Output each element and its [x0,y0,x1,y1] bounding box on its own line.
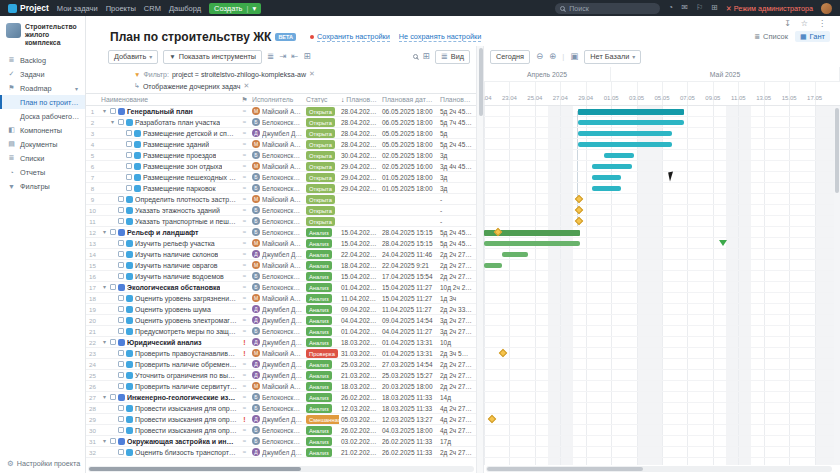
task-name[interactable]: Изучить наличие водоемов [135,271,224,282]
table-row[interactable]: 6Размещение зон отдыха≈ММайский Ал...Отк… [86,161,476,172]
sidebar-item-roadmap[interactable]: ⚑ Roadmap ▾ [0,81,85,95]
table-row[interactable]: 13Изучить рельеф участка≈ММайский Ал...А… [86,238,476,249]
nav-projects[interactable]: Проекты [106,4,136,13]
close-icon[interactable]: ✕ [726,4,732,13]
expander-icon[interactable]: ▾ [109,117,116,128]
table-row[interactable]: 16Изучить наличие водоемов≈ББелоконская … [86,271,476,282]
assignee-cell[interactable]: ДДжумбел Дж... [250,414,304,425]
status-cell[interactable]: Анализ [304,304,339,315]
gantt-milestone-diamond[interactable] [575,195,583,203]
status-cell[interactable]: Анализ [304,326,339,337]
assignee-cell[interactable]: ММайский Ал... [250,381,304,392]
table-row[interactable]: 8Размещение парковок≈ББелоконская А...От… [86,183,476,194]
assignee-cell[interactable]: ББелоконская А... [250,392,304,403]
row-checkbox[interactable] [118,273,124,279]
gantt-task-bar[interactable] [592,164,633,169]
project-settings-button[interactable]: ⚙ Настройки проекта [7,459,80,468]
status-cell[interactable]: Анализ [304,425,339,436]
row-checkbox[interactable] [126,185,132,191]
task-name[interactable]: Размещение зданий [143,139,209,150]
status-cell[interactable]: Анализ [304,315,339,326]
status-cell[interactable]: Открыта [304,183,339,194]
status-cell[interactable]: Анализ [304,282,339,293]
expander-icon[interactable]: ▾ [101,282,108,293]
task-name[interactable]: Проверить наличие сервитутов [135,381,237,392]
row-checkbox[interactable] [118,405,124,411]
row-checkbox[interactable] [110,229,116,235]
gantt-milestone-diamond[interactable] [499,349,507,357]
task-name[interactable]: Определить плотность застройки [135,194,237,205]
assignee-cell[interactable]: ММайский Ал... [250,194,304,205]
row-checkbox[interactable] [118,207,124,213]
save-settings-link[interactable]: Сохранить настройки [317,32,390,42]
gantt-task-bar[interactable] [604,153,634,158]
expander-icon[interactable]: ▾ [101,106,108,117]
project-header[interactable]: Строительство жилого комплекса [0,21,85,53]
assignee-cell[interactable]: ББелоконская А... [250,216,304,227]
row-checkbox[interactable] [118,262,124,268]
table-row[interactable]: 22▾Юридический анализ!ДДжумбел Дж...Анал… [86,337,476,348]
gantt-hscroll-thumb[interactable] [487,467,643,471]
status-cell[interactable]: Анализ [304,392,339,403]
row-checkbox[interactable] [118,119,124,125]
nav-crm[interactable]: CRM [144,4,161,13]
table-row[interactable]: 7Размещение пешеходных дорожек≈ББелоконс… [86,172,476,183]
baseline-dropdown[interactable]: Нет Базали ▾ [584,50,641,64]
table-search-icon[interactable] [413,54,418,59]
table-row[interactable]: 18Оценить уровень загрязнения воздуха≈ММ… [86,293,476,304]
task-name[interactable]: Проверить наличие обременений [135,359,237,370]
status-cell[interactable]: Открыта [304,161,339,172]
row-checkbox[interactable] [118,328,124,334]
row-checkbox[interactable] [126,174,132,180]
row-checkbox[interactable] [110,339,116,345]
row-checkbox[interactable] [118,449,124,455]
column-name[interactable]: Наименование [99,96,239,103]
row-checkbox[interactable] [118,416,124,422]
row-list-icon[interactable]: ≣ [267,52,274,61]
task-name[interactable]: Размещение зон отдыха [143,161,222,172]
assignee-cell[interactable]: ББелоконская А... [250,271,304,282]
discard-settings-link[interactable]: Не сохранять настройки [399,32,482,42]
chevron-down-icon[interactable]: ▾ [252,4,256,13]
gantt-task-bar[interactable] [578,131,671,136]
assignee-cell[interactable]: ДДжумбел Дж... [250,128,304,139]
task-name[interactable]: Изучить наличие склонов [135,249,218,260]
table-hscroll-thumb[interactable] [89,467,301,471]
row-checkbox[interactable] [126,163,132,169]
expander-icon[interactable]: ▾ [101,392,108,403]
status-cell[interactable]: Открыта [304,150,339,161]
table-row[interactable]: 10Указать этажность зданий≈ББелоконская … [86,205,476,216]
table-row[interactable]: 30Провести изыскания для определения нал… [86,425,476,436]
task-name[interactable]: Оценить уровень электромагнитного излуче… [135,315,237,326]
assignee-cell[interactable]: ММайский Ал... [250,106,304,117]
status-cell[interactable]: Открыта [304,194,339,205]
row-checkbox[interactable] [118,361,124,367]
task-name[interactable]: Оценить уровень загрязнения воздуха [135,293,237,304]
row-checkbox[interactable] [118,306,124,312]
zoom-in-icon[interactable]: ⊕ [549,52,556,61]
status-cell[interactable]: Анализ [304,381,339,392]
column-status[interactable]: Статус [304,96,339,103]
nav-dashboard[interactable]: Дашборд [169,4,201,13]
indent-icon[interactable]: ⇥ [279,52,286,61]
row-checkbox[interactable] [118,196,124,202]
column-planned-start[interactable]: ↓ Плановая дата начала [339,96,380,103]
status-cell[interactable]: Открыта [304,117,339,128]
table-row[interactable]: 23Проверить правоустанавливающие докумен… [86,348,476,359]
row-checkbox[interactable] [118,372,124,378]
table-row[interactable]: 3Размещение детской и спортивных площадо… [86,128,476,139]
sidebar-item-documents[interactable]: ▤ Документы [0,137,85,151]
columns-icon[interactable]: ⊞ [303,52,310,61]
assignee-cell[interactable]: ДДжумбел Дж... [250,337,304,348]
task-name[interactable]: Рельеф и ландшафт [127,227,199,238]
task-name[interactable]: Размещение проездов [143,150,216,161]
table-row[interactable]: 15Изучить наличие оврагов≈ММайский Ал...… [86,260,476,271]
sidebar-item-backlog[interactable]: ≣ Backlog [0,53,85,67]
status-cell[interactable]: Анализ [304,238,339,249]
vertical-scrollbar-thumb[interactable] [479,48,483,116]
gantt-hscroll-track[interactable] [486,466,832,472]
status-cell[interactable]: Открыта [304,205,339,216]
remove-subtasks-filter-icon[interactable]: ✕ [243,82,249,90]
table-row[interactable]: 17▾Экологическая обстановка≈ББелоконская… [86,282,476,293]
status-cell[interactable]: Открыта [304,216,339,227]
